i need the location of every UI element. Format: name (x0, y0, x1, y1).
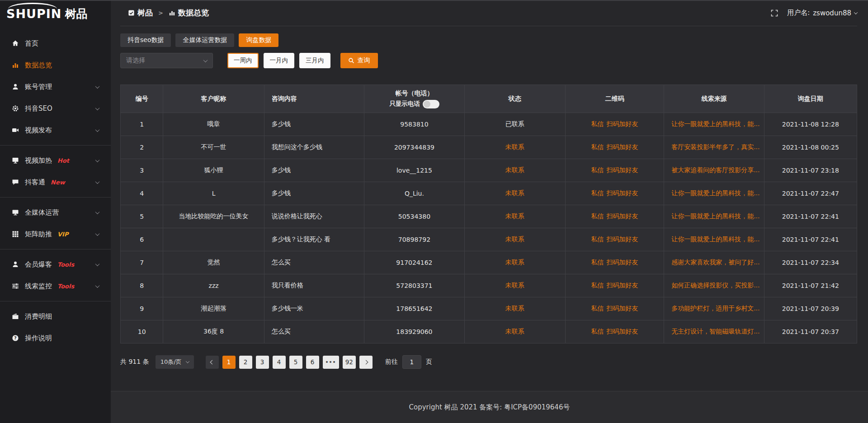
period-button[interactable]: 三月内 (299, 53, 330, 68)
sidebar-divider (0, 301, 111, 301)
qr-action-link[interactable]: 扫码加好友 (607, 120, 638, 127)
cell-date: 2021-11-08 12:28 (764, 113, 857, 136)
qr-action-link[interactable]: 扫码加好友 (607, 166, 638, 174)
cell-nickname: 36度 8 (163, 320, 264, 343)
qr-action-link[interactable]: 扫码加好友 (607, 212, 638, 220)
user-icon (11, 261, 19, 268)
page-number-button[interactable]: 92 (343, 356, 356, 369)
lead-source-link[interactable]: 让你一眼就爱上的黑科技，能... (671, 235, 760, 243)
lead-source-link[interactable]: 多功能护栏灯，适用于乡村文... (671, 305, 760, 312)
sidebar-item[interactable]: 消费明细 (0, 306, 111, 327)
breadcrumb-current[interactable]: 数据总览 (169, 8, 209, 18)
page-number-button[interactable]: 6 (306, 356, 319, 369)
cell-status: 未联系 (464, 136, 565, 159)
sidebar-item[interactable]: ? 操作说明 (0, 327, 111, 349)
period-button[interactable]: 一月内 (264, 53, 295, 68)
goto-page-input[interactable] (402, 355, 421, 369)
column-header-qr: 二维码 (565, 85, 664, 113)
search-icon (348, 57, 354, 64)
sidebar-item[interactable]: 抖音SEO (0, 98, 111, 119)
page-number-button[interactable]: 3 (256, 356, 269, 369)
tab[interactable]: 抖音seo数据 (120, 33, 171, 47)
sidebar-item[interactable]: 矩阵助推 VIP (0, 223, 111, 245)
qr-action-link[interactable]: 私信 (591, 282, 604, 289)
qr-action-link[interactable]: 扫码加好友 (607, 258, 638, 266)
chevron-left-icon (210, 360, 214, 364)
sidebar-item[interactable]: 会员爆客 Tools (0, 254, 111, 275)
fullscreen-icon[interactable] (771, 9, 778, 17)
filter-select[interactable]: 请选择 (120, 53, 213, 68)
cell-status: 未联系 (464, 274, 565, 297)
lead-source-link[interactable]: 感谢大家喜欢我家，被问了好... (671, 258, 760, 266)
pagination: 共 911 条 10条/页 123456•••92 前往 页 (120, 355, 857, 369)
lead-source-link[interactable]: 让你一眼就爱上的黑科技，能... (671, 189, 760, 197)
page-number-button[interactable]: 2 (239, 356, 252, 369)
username: zswodun88 (813, 9, 851, 17)
column-header-account: 帐号（电话） 只显示电话 (364, 85, 465, 113)
qr-action-link[interactable]: 扫码加好友 (607, 143, 638, 150)
qr-action-link[interactable]: 私信 (591, 305, 604, 312)
sidebar-item[interactable]: 数据总览 (0, 54, 111, 76)
qr-action-link[interactable]: 私信 (591, 212, 604, 220)
page-buttons: 123456•••92 (206, 356, 373, 369)
table-body: 1 哦章 多少钱 9583810 已联系 私信扫码加好友 让你一眼就爱上的黑科技… (121, 113, 857, 343)
sidebar-item[interactable]: 线索监控 Tools (0, 275, 111, 297)
page-size-select[interactable]: 10条/页 (156, 355, 194, 369)
qr-action-link[interactable]: 扫码加好友 (607, 305, 638, 312)
qr-action-link[interactable]: 私信 (591, 120, 604, 127)
query-button[interactable]: 查询 (340, 53, 378, 68)
table-row: 7 觉然 怎么买 917024162 未联系 私信扫码加好友 感谢大家喜欢我家，… (121, 251, 857, 274)
table-row: 8 zzz 我只看价格 572803371 未联系 私信扫码加好友 如何正确选择… (121, 274, 857, 297)
tab[interactable]: 询盘数据 (239, 33, 278, 47)
period-button[interactable]: 一周内 (227, 53, 259, 68)
next-page-button[interactable] (359, 356, 373, 369)
qr-action-link[interactable]: 扫码加好友 (607, 282, 638, 289)
lead-source-link[interactable]: 客厅安装投影半年多了，真实... (671, 143, 760, 150)
user-menu[interactable]: 用户名: zswodun88 (787, 9, 857, 17)
user-label: 用户名: (787, 9, 810, 17)
home-icon (11, 40, 19, 47)
sidebar-item[interactable]: 视频发布 (0, 119, 111, 141)
question-icon: ? (11, 334, 19, 342)
qr-action-link[interactable]: 私信 (591, 189, 604, 197)
qr-action-link[interactable]: 私信 (591, 166, 604, 174)
menu-badge: Tools (57, 283, 74, 290)
chevron-down-icon (95, 106, 100, 110)
sidebar: SHUPIN 树品 首页 数据总览 账号管理 抖音SEO 视频发布 (0, 0, 111, 423)
prev-page-button[interactable] (206, 356, 219, 369)
qr-action-link[interactable]: 私信 (591, 235, 604, 243)
cell-content: 怎么买 (264, 251, 364, 274)
qr-action-link[interactable]: 扫码加好友 (607, 328, 638, 335)
sidebar-item[interactable]: 首页 (0, 33, 111, 54)
qr-action-link[interactable]: 私信 (591, 143, 604, 150)
phone-only-label: 只显示电话 (389, 100, 420, 108)
sidebar-item[interactable]: 账号管理 (0, 76, 111, 98)
breadcrumb-home[interactable]: 树品 (128, 8, 153, 18)
page-size-value: 10条/页 (160, 358, 182, 366)
sidebar-item[interactable]: 全媒体运营 (0, 202, 111, 223)
page-ellipsis[interactable]: ••• (323, 356, 339, 369)
page-number-button[interactable]: 5 (289, 356, 302, 369)
cell-date: 2021-11-07 22:41 (764, 205, 857, 228)
page-number-button[interactable]: 4 (273, 356, 286, 369)
qr-action-link[interactable]: 扫码加好友 (607, 189, 638, 197)
lead-source-link[interactable]: 如何正确选择投影仪，买投影... (671, 282, 760, 289)
lead-source-link[interactable]: 被大家追着问的客厅投影分享... (671, 166, 760, 174)
tab[interactable]: 全媒体运营数据 (175, 33, 234, 47)
lead-source-link[interactable]: 让你一眼就爱上的黑科技，能... (671, 212, 760, 220)
cell-account: 50534380 (364, 205, 465, 228)
qr-action-link[interactable]: 私信 (591, 258, 604, 266)
page-number-button[interactable]: 1 (222, 356, 236, 369)
qr-action-link[interactable]: 扫码加好友 (607, 235, 638, 243)
lead-source-link[interactable]: 让你一眼就爱上的黑科技，能... (671, 120, 760, 127)
sidebar-item[interactable]: 抖客通 New (0, 171, 111, 193)
cell-date: 2021-11-07 23:18 (764, 159, 857, 182)
status-badge: 未联系 (505, 212, 524, 220)
table-row: 4 L 多少钱 Q_Liu. 未联系 私信扫码加好友 让你一眼就爱上的黑科技，能… (121, 182, 857, 205)
qr-action-link[interactable]: 私信 (591, 328, 604, 335)
column-header-date: 询盘日期 (764, 85, 857, 113)
sidebar-item[interactable]: 视频加热 Hot (0, 150, 111, 171)
phone-only-toggle[interactable] (423, 100, 439, 108)
lead-source-link[interactable]: 无主灯设计，智能磁吸轨道灯... (671, 328, 760, 335)
camera-icon (11, 127, 19, 134)
